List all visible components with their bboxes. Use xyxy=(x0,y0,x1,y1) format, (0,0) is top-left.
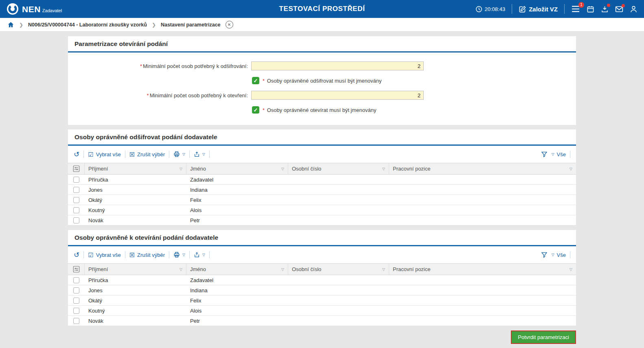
export-button[interactable]: ▽ xyxy=(194,151,205,158)
column-header-personal-number[interactable]: Osobní číslo▽ xyxy=(288,264,389,275)
select-all-button[interactable]: ☑ Vybrat vše xyxy=(88,151,120,158)
row-checkbox[interactable] xyxy=(73,217,79,223)
row-checkbox[interactable] xyxy=(73,277,79,283)
filter-button[interactable] xyxy=(541,252,548,258)
cell-surname: Koutný xyxy=(84,207,186,213)
filter-triangle-icon[interactable]: ▽ xyxy=(382,267,385,271)
messages-button[interactable] xyxy=(615,6,623,13)
filter-triangle-icon[interactable]: ▽ xyxy=(382,167,385,171)
cell-surname: Okátý xyxy=(84,298,186,304)
table-row[interactable]: Okátý Felix xyxy=(68,195,576,205)
top-bar: NEN Zadavatel TESTOVACÍ PROSTŘEDÍ 20:08:… xyxy=(0,0,644,18)
column-header-surname[interactable]: Příjmení▽ xyxy=(84,264,186,275)
checkbox-checked-icon: ☑ xyxy=(88,252,93,258)
table-row[interactable]: Jones Indiana xyxy=(68,185,576,195)
clear-selection-button[interactable]: ☒ Zrušit výběr xyxy=(129,252,165,258)
clear-selection-button[interactable]: ☒ Zrušit výběr xyxy=(129,151,165,158)
column-settings-button[interactable] xyxy=(68,264,84,275)
decrypt-min-input[interactable] xyxy=(251,61,424,70)
main-content: Parametrizace otevírání podání *Minimáln… xyxy=(68,36,576,326)
column-header-position[interactable]: Pracovní pozice▽ xyxy=(389,264,576,275)
row-checkbox[interactable] xyxy=(73,308,79,314)
toolbar-divider xyxy=(209,251,210,258)
cell-name: Felix xyxy=(186,298,288,304)
breadcrumb-case[interactable]: N006/25/V00004744 - Laboratorní zkoušky … xyxy=(28,22,147,28)
filter-triangle-icon[interactable]: ▽ xyxy=(180,267,182,271)
filter-triangle-icon[interactable]: ▽ xyxy=(570,167,572,171)
cell-surname: Příručka xyxy=(84,277,186,283)
close-tab-icon[interactable]: ✕ xyxy=(226,21,233,28)
table-row[interactable]: Novák Petr xyxy=(68,215,576,225)
toolbar-divider xyxy=(570,251,570,258)
filter-triangle-icon[interactable]: ▽ xyxy=(570,267,572,271)
create-vz-label: Založit VZ xyxy=(529,6,558,13)
view-all-dropdown[interactable]: ▽ Vše xyxy=(552,252,566,258)
chevron-right-icon: ❯ xyxy=(19,22,23,28)
open-named-checkbox[interactable] xyxy=(252,106,259,114)
toolbar-divider xyxy=(189,251,190,258)
table-row[interactable]: Příručka Zadavatel xyxy=(68,175,576,185)
open-min-input[interactable] xyxy=(251,91,424,100)
row-checkbox[interactable] xyxy=(73,177,79,183)
table-row[interactable]: Jones Indiana xyxy=(68,285,576,295)
decrypt-named-checkbox[interactable] xyxy=(252,77,259,84)
confirm-parametrization-button[interactable]: Potvrdit parametrizaci xyxy=(511,330,576,344)
required-asterisk: * xyxy=(263,78,265,84)
table-row[interactable]: Koutný Alois xyxy=(68,205,576,215)
row-checkbox[interactable] xyxy=(73,187,79,193)
table-header-row: Příjmení▽ Jméno▽ Osobní číslo▽ Pracovní … xyxy=(68,163,576,175)
refresh-button[interactable]: ↺ xyxy=(74,252,79,258)
column-settings-button[interactable] xyxy=(68,163,84,174)
open-min-row: *Minimální počet osob potřebný k otevřen… xyxy=(68,91,576,100)
downloads-button[interactable] xyxy=(601,5,609,13)
table-row[interactable]: Novák Petr xyxy=(68,316,576,326)
filter-triangle-icon[interactable]: ▽ xyxy=(180,167,182,171)
brand-role: Zadavatel xyxy=(42,9,62,13)
select-all-button[interactable]: ☑ Vybrat vše xyxy=(88,252,120,258)
cell-surname: Jones xyxy=(84,287,186,293)
home-icon[interactable] xyxy=(7,21,14,28)
refresh-icon: ↺ xyxy=(74,252,79,258)
refresh-button[interactable]: ↺ xyxy=(74,151,79,158)
toolbar-divider xyxy=(570,151,570,158)
table-row[interactable]: Koutný Alois xyxy=(68,306,576,316)
required-asterisk: * xyxy=(140,63,142,69)
row-checkbox[interactable] xyxy=(73,287,79,293)
calendar-button[interactable] xyxy=(587,5,594,13)
cell-surname: Novák xyxy=(84,217,186,223)
session-clock: 20:08:43 xyxy=(475,6,506,13)
print-button[interactable]: ▽ xyxy=(173,252,185,258)
nen-home-link[interactable]: NEN Zadavatel xyxy=(7,3,62,15)
chevron-right-icon: ❯ xyxy=(152,22,156,28)
row-checkbox[interactable] xyxy=(73,197,79,203)
user-profile-button[interactable] xyxy=(630,5,637,13)
column-header-name[interactable]: Jméno▽ xyxy=(186,163,288,174)
column-header-personal-number[interactable]: Osobní číslo▽ xyxy=(288,163,389,174)
decrypt-named-row: * Osoby oprávněné odšifrovat musí být jm… xyxy=(252,77,576,84)
column-header-name[interactable]: Jméno▽ xyxy=(186,264,288,275)
table-row[interactable]: Okátý Felix xyxy=(68,295,576,306)
column-header-position[interactable]: Pracovní pozice▽ xyxy=(389,163,576,174)
menu-button[interactable]: 1 xyxy=(571,5,580,13)
dropdown-triangle-icon: ▽ xyxy=(202,152,205,156)
decrypt-persons-title: Osoby oprávněné odšifrovat podání dodava… xyxy=(68,129,576,146)
print-button[interactable]: ▽ xyxy=(173,151,185,158)
cell-surname: Koutný xyxy=(84,308,186,314)
filter-button[interactable] xyxy=(541,151,548,158)
table-row[interactable]: Příručka Zadavatel xyxy=(68,275,576,285)
row-checkbox[interactable] xyxy=(73,298,79,304)
view-all-dropdown[interactable]: ▽ Vše xyxy=(552,151,566,158)
dropdown-triangle-icon: ▽ xyxy=(182,253,185,257)
create-vz-button[interactable]: Založit VZ xyxy=(519,5,558,13)
filter-triangle-icon[interactable]: ▽ xyxy=(281,267,284,271)
row-checkbox[interactable] xyxy=(73,207,79,213)
open-persons-table: Příjmení▽ Jméno▽ Osobní číslo▽ Pracovní … xyxy=(68,263,576,326)
export-icon xyxy=(194,151,200,158)
row-checkbox[interactable] xyxy=(73,318,79,324)
export-button[interactable]: ▽ xyxy=(194,252,205,258)
column-header-surname[interactable]: Příjmení▽ xyxy=(84,163,186,174)
required-asterisk: * xyxy=(263,107,265,113)
filter-triangle-icon[interactable]: ▽ xyxy=(281,167,284,171)
header-divider xyxy=(564,4,565,14)
funnel-icon xyxy=(541,252,548,258)
